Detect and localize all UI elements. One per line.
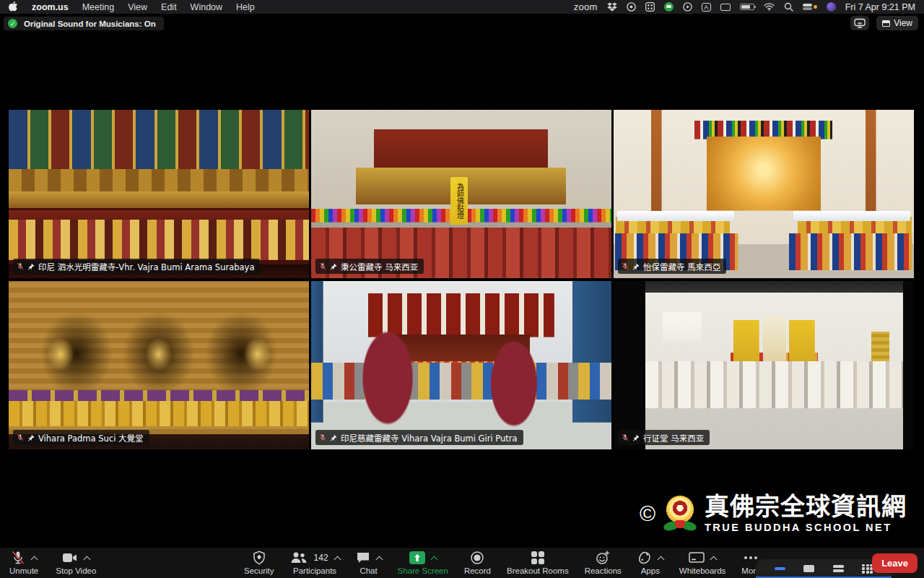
more-dots-icon [744,556,757,559]
muted-mic-icon [319,434,326,441]
menu-item-window[interactable]: Window [191,2,222,12]
minimize-view-icon[interactable] [775,567,785,570]
chat-button[interactable]: Chat [356,551,382,575]
participant-name: 怡保雷藏寺 馬來西亞 [643,261,720,272]
record-icon [470,551,484,565]
zoom-status-text[interactable]: zoom [574,1,598,12]
speaker-view-icon[interactable] [803,565,814,572]
apps-options-chevron[interactable] [657,556,664,563]
breakout-rooms-icon [531,551,544,564]
altar-banner-text: 為師佛點燈 [450,177,468,225]
mic-in-use-dot [814,5,817,9]
reactions-smiley-icon [596,551,610,565]
record-button[interactable]: Record [464,551,491,575]
participant-name-tag: 怡保雷藏寺 馬來西亞 [618,259,726,274]
battery-icon[interactable] [740,4,754,10]
wifi-icon[interactable] [764,3,775,11]
view-button[interactable]: View [876,16,918,30]
muted-mic-icon [622,262,629,270]
participants-label: Participants [293,566,336,575]
control-center-icon[interactable] [803,4,817,11]
copyright-symbol: © [640,503,655,525]
chat-options-chevron[interactable] [375,556,383,563]
whiteboards-options-chevron[interactable] [710,556,718,563]
reactions-label: Reactions [585,566,622,575]
video-thumbnail [311,281,611,449]
menu-item-zoomus[interactable]: zoom.us [32,2,69,12]
apps-button[interactable]: Apps [637,551,663,575]
zoom-toolbar: Unmute Stop Video Security 142 Participa… [0,548,924,578]
video-options-chevron[interactable] [84,556,91,563]
menu-item-view[interactable]: View [128,2,147,12]
chat-bubble-icon [356,551,370,564]
gallery-view-icon [882,20,890,27]
fullscreen-broadcast-icon[interactable] [850,16,869,30]
video-tile-4[interactable]: Vihara Padma Suci 大覺堂 [9,281,309,449]
video-camera-icon [62,552,78,564]
video-tile-2[interactable]: 為師佛點燈 秉公雷藏寺 马来西亚 [311,110,611,278]
input-source-icon[interactable]: A [702,3,711,12]
menu-item-meeting[interactable]: Meeting [82,2,114,12]
participant-name: Vihara Padma Suci 大覺堂 [38,432,144,444]
participant-name: 印尼慈藏雷藏寺 Vihara Vajra Bumi Giri Putra [341,432,518,444]
unmute-button[interactable]: Unmute [9,551,38,575]
video-tile-6[interactable]: 行证堂 马来西亚 [614,281,914,449]
participants-options-chevron[interactable] [334,556,341,563]
security-button[interactable]: Security [244,551,274,575]
leave-button[interactable]: Leave [872,553,918,573]
whiteboards-button[interactable]: Whiteboards [679,551,726,575]
breakout-rooms-label: Breakout Rooms [507,566,569,575]
menu-item-help[interactable]: Help [236,2,255,12]
video-thumbnail [9,110,309,278]
participant-name-tag: Vihara Padma Suci 大覺堂 [13,430,149,445]
video-thumbnail [9,281,309,449]
participants-icon [290,551,308,564]
breakout-rooms-button[interactable]: Breakout Rooms [507,551,569,575]
display-icon[interactable] [720,4,731,11]
video-tile-1[interactable]: 印尼 泗水光明雷藏寺-Vhr. Vajra Bumi Arama Surabay… [9,110,309,278]
stop-video-label: Stop Video [56,566,96,575]
logo-lotus-leaves [663,520,697,532]
menu-clock[interactable]: Fri 7 Apr 9:21 PM [845,2,915,12]
participant-name: 行证堂 马来西亚 [643,432,704,444]
adobe-cc-icon[interactable] [627,2,636,12]
share-screen-button[interactable]: Share Screen [398,551,448,575]
participant-name: 印尼 泗水光明雷藏寺-Vhr. Vajra Bumi Arama Surabay… [38,261,254,272]
spotlight-search-icon[interactable] [784,2,793,12]
macos-menu-bar: zoom.us Meeting View Edit Window Help zo… [0,0,924,14]
pin-icon [27,263,35,270]
watermark-english-title: TRUE BUDDHA SCHOOL NET [705,522,892,533]
participant-name-tag: 行证堂 马来西亚 [618,430,710,445]
participants-count: 142 [314,553,328,563]
muted-mic-icon [17,434,24,441]
video-tile-3[interactable]: 怡保雷藏寺 馬來西亞 [614,110,914,278]
stop-video-button[interactable]: Stop Video [56,551,96,575]
user-app-icon[interactable] [827,2,836,12]
video-thumbnail [614,281,914,449]
security-shield-icon [253,551,266,565]
play-circle-icon[interactable] [683,2,692,12]
apple-menu-icon[interactable] [9,1,18,14]
pin-icon [330,263,337,270]
security-label: Security [244,566,274,575]
original-sound-banner[interactable]: ✓ Original Sound for Musicians: On [4,17,164,30]
muted-mic-icon [319,262,326,270]
reactions-button[interactable]: Reactions [585,551,622,575]
menu-item-edit[interactable]: Edit [161,2,177,12]
dropbox-icon[interactable] [607,2,617,12]
unmute-label: Unmute [9,566,38,575]
line-app-icon[interactable] [664,2,674,12]
share-options-chevron[interactable] [430,556,437,563]
meeting-top-right-controls: View [850,16,918,30]
layout-mini-panel [756,559,892,578]
video-tile-5[interactable]: 印尼慈藏雷藏寺 Vihara Vajra Bumi Giri Putra [311,281,611,449]
grid-app-icon[interactable] [645,2,655,12]
unmute-options-chevron[interactable] [31,556,38,563]
watermark-chinese-title: 真佛宗全球資訊網 [705,494,907,520]
gallery-grid-icon[interactable] [862,564,873,574]
participants-button[interactable]: 142 Participants [290,551,340,575]
participant-name-tag: 印尼 泗水光明雷藏寺-Vhr. Vajra Bumi Arama Surabay… [13,259,260,274]
pin-icon [27,434,35,441]
whiteboard-icon [689,552,705,564]
strip-view-icon[interactable] [833,564,844,573]
